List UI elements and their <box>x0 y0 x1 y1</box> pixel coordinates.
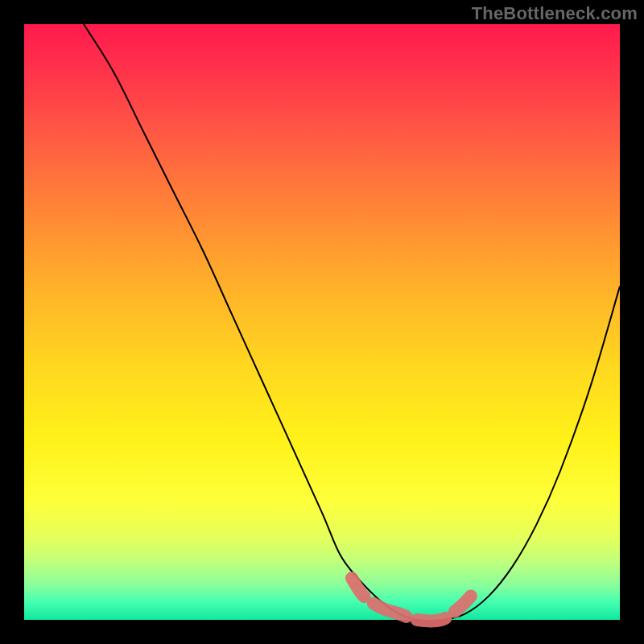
chart-plot-area <box>24 24 620 620</box>
curve-layer <box>84 24 620 621</box>
main-curve <box>84 24 620 621</box>
chart-svg <box>24 24 620 620</box>
highlight-band <box>352 578 471 621</box>
highlight-layer <box>352 578 471 621</box>
watermark-text: TheBottleneck.com <box>472 3 638 24</box>
chart-stage: TheBottleneck.com <box>0 0 644 644</box>
